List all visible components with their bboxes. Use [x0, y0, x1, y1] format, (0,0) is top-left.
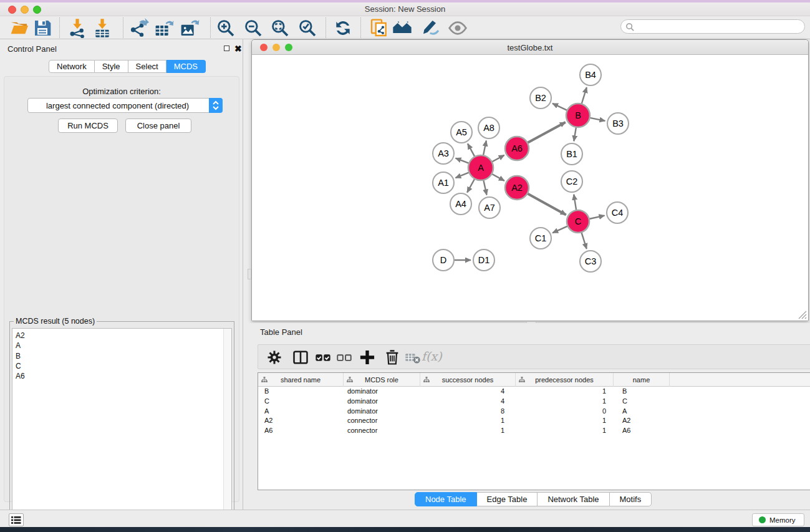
graph-edge-A6-B[interactable]: [526, 122, 566, 143]
graph-node-A4[interactable]: A4: [450, 193, 471, 215]
close-panel-icon[interactable]: ✖: [234, 45, 242, 52]
graph-edge-A-A2[interactable]: [491, 173, 504, 181]
home-views-icon[interactable]: [392, 18, 412, 38]
column-header-MCDS-role[interactable]: MCDS role: [344, 373, 420, 387]
graph-node-B1[interactable]: B1: [561, 143, 582, 165]
graph-node-A5[interactable]: A5: [451, 122, 472, 143]
memory-button[interactable]: Memory: [752, 513, 804, 526]
zoom-fit-icon[interactable]: [270, 18, 290, 38]
graph-node-A6[interactable]: A6: [505, 137, 529, 160]
graph-edge-A-A6[interactable]: [491, 155, 504, 163]
table-row-B[interactable]: Bdominator41B: [258, 387, 810, 397]
export-image-icon[interactable]: [180, 18, 200, 38]
table-row-A6[interactable]: A6connector11A6: [258, 426, 810, 436]
zoom-out-icon[interactable]: [243, 18, 263, 38]
network-window-titlebar[interactable]: testGlobe.txt: [252, 40, 808, 55]
graph-edge-A-A8[interactable]: [483, 141, 486, 157]
tab-motifs[interactable]: Motifs: [610, 492, 652, 506]
graph-node-A[interactable]: A: [468, 155, 493, 180]
graph-edge-A-A5[interactable]: [468, 143, 475, 158]
graph-edge-B-B2[interactable]: [552, 104, 569, 111]
graph-node-D1[interactable]: D1: [473, 249, 494, 271]
result-item-B[interactable]: B: [12, 351, 231, 361]
cell: 1: [516, 426, 614, 436]
graph-node-C1[interactable]: C1: [530, 228, 551, 249]
tab-network-table[interactable]: Network Table: [538, 492, 609, 506]
table-row-A2[interactable]: A2connector11A2: [258, 416, 810, 426]
resize-grip-icon[interactable]: [798, 311, 807, 319]
function-builder-icon[interactable]: f(x): [422, 349, 442, 363]
import-table-icon[interactable]: [92, 18, 112, 38]
hide-details-icon[interactable]: [421, 18, 441, 38]
result-list-scrollbar[interactable]: [223, 329, 231, 530]
graph-node-D[interactable]: D: [433, 249, 454, 271]
duplicate-network-icon[interactable]: [369, 18, 389, 38]
float-panel-icon[interactable]: [224, 46, 229, 51]
column-header-successor-nodes[interactable]: successor nodes: [420, 373, 516, 387]
graph-node-C2[interactable]: C2: [561, 171, 582, 192]
graph-node-C4[interactable]: C4: [607, 202, 628, 223]
graph-edge-B-B1[interactable]: [574, 126, 576, 141]
close-panel-button[interactable]: Close panel: [125, 118, 191, 133]
show-details-icon[interactable]: [448, 18, 468, 38]
graph-edge-C-C2[interactable]: [574, 195, 576, 211]
zoom-selected-icon[interactable]: [297, 18, 317, 38]
zoom-in-icon[interactable]: [216, 18, 236, 38]
add-icon[interactable]: [359, 349, 376, 366]
search-input[interactable]: [637, 21, 799, 32]
export-network-icon[interactable]: [129, 18, 149, 38]
graph-edge-C-C3[interactable]: [581, 231, 587, 249]
graph-node-A2[interactable]: A2: [505, 176, 529, 200]
tab-select[interactable]: Select: [128, 60, 166, 73]
criterion-dropdown[interactable]: largest connected component (directed): [27, 98, 223, 113]
graph-node-A7[interactable]: A7: [479, 197, 500, 218]
graph-edge-C-C1[interactable]: [552, 226, 569, 233]
tab-node-table[interactable]: Node Table: [415, 492, 477, 506]
graph-node-B3[interactable]: B3: [607, 113, 629, 134]
table-row-C[interactable]: Cdominator41C: [258, 397, 810, 407]
tab-edge-table[interactable]: Edge Table: [477, 492, 538, 506]
graph-node-B2[interactable]: B2: [530, 87, 551, 109]
network-vertical-scroll-thumb[interactable]: [248, 269, 251, 279]
result-item-A6[interactable]: A6: [12, 371, 231, 381]
run-mcds-button[interactable]: Run MCDS: [58, 118, 118, 133]
network-canvas[interactable]: B4B2BB3A5A8A6A3AB1A1A2C2A4A7C4CC1DD1C3: [252, 55, 808, 321]
graph-edge-B-B3[interactable]: [589, 117, 605, 120]
graph-edge-A-A7[interactable]: [483, 179, 487, 195]
tab-network[interactable]: Network: [49, 60, 95, 73]
save-session-icon[interactable]: [32, 18, 52, 38]
graph-edge-A2-C[interactable]: [526, 193, 566, 215]
deselect-all-icon[interactable]: [335, 349, 353, 366]
graph-node-C3[interactable]: C3: [580, 251, 601, 272]
graph-node-A1[interactable]: A1: [433, 172, 454, 193]
graph-edge-B-B4[interactable]: [581, 87, 587, 105]
export-table-icon[interactable]: [154, 18, 174, 38]
graph-node-A3[interactable]: A3: [433, 143, 454, 164]
graph-node-C[interactable]: C: [567, 210, 589, 233]
import-network-icon[interactable]: [67, 18, 87, 38]
graph-node-B[interactable]: B: [566, 104, 590, 127]
column-header-predecessor-nodes[interactable]: predecessor nodes: [516, 373, 614, 387]
result-item-A[interactable]: A: [12, 341, 231, 351]
delete-table-icon[interactable]: [404, 349, 422, 366]
graph-edge-A-A1[interactable]: [455, 172, 470, 178]
result-item-A2[interactable]: A2: [12, 331, 231, 341]
split-column-icon[interactable]: [292, 349, 309, 366]
tab-style[interactable]: Style: [95, 60, 128, 73]
graph-edge-C-C4[interactable]: [588, 216, 605, 220]
graph-node-B4[interactable]: B4: [580, 64, 601, 85]
tab-mcds[interactable]: MCDS: [166, 60, 206, 73]
column-header-name[interactable]: name: [614, 373, 670, 387]
column-header-shared-name[interactable]: shared name: [258, 373, 344, 387]
graph-edge-A-A4[interactable]: [467, 178, 475, 193]
result-item-C[interactable]: C: [12, 361, 231, 371]
table-row-A[interactable]: Adominator80A: [258, 407, 810, 417]
open-file-icon[interactable]: [9, 18, 29, 38]
refresh-icon[interactable]: [333, 18, 353, 38]
select-all-icon[interactable]: [314, 349, 332, 366]
gear-icon[interactable]: [266, 349, 283, 366]
task-history-button[interactable]: [9, 513, 24, 526]
graph-edge-A-A3[interactable]: [456, 158, 471, 164]
graph-node-A8[interactable]: A8: [478, 117, 499, 138]
delete-icon[interactable]: [383, 349, 401, 366]
